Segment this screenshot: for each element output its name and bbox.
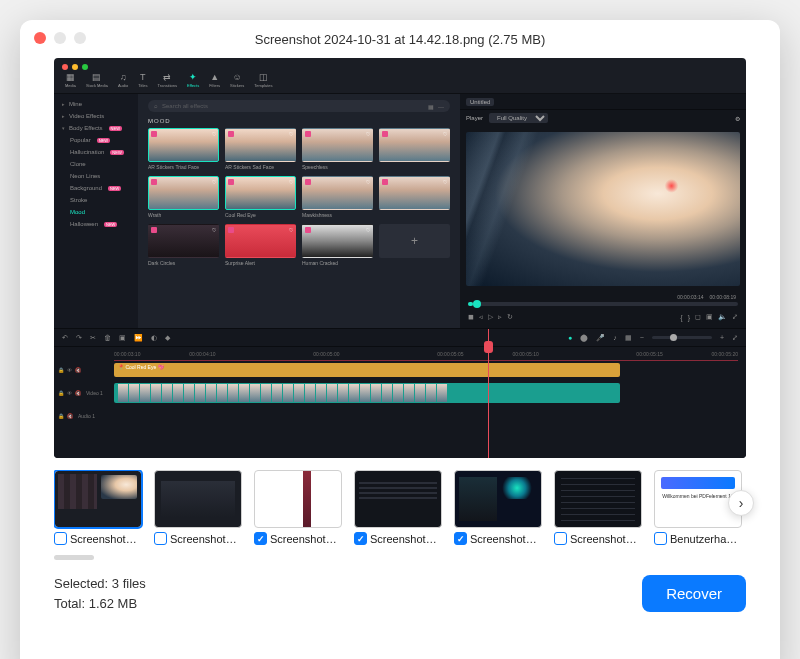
compare-icon[interactable]: ▣	[706, 313, 713, 321]
top-tab-filters[interactable]: ▲Filters	[206, 72, 223, 93]
stop-icon[interactable]: ◼	[468, 313, 474, 321]
mute-icon[interactable]: 🔇	[75, 390, 81, 396]
color-icon[interactable]: ◐	[151, 334, 157, 342]
sidebar-item-background[interactable]: BackgroundNEW	[54, 182, 138, 194]
file-card[interactable]: Screenshot…	[54, 470, 142, 545]
record-icon[interactable]: ⬤	[580, 334, 588, 342]
effect-thumb[interactable]: ♡Mawkishness	[302, 176, 373, 218]
top-tab-audio[interactable]: ♫Audio	[115, 72, 131, 93]
file-checkbox[interactable]	[254, 532, 267, 545]
zoom-in-icon[interactable]: +	[720, 334, 724, 341]
top-tab-media[interactable]: ▦Media	[62, 72, 79, 93]
effect-thumb[interactable]: +	[379, 224, 450, 266]
volume-icon[interactable]: 🔈	[718, 313, 727, 321]
video-track[interactable]: 🔒👁🔇Video 1	[114, 381, 746, 405]
undo-icon[interactable]: ↶	[62, 334, 68, 342]
top-tab-effects[interactable]: ✦Effects	[184, 72, 202, 93]
effect-thumb[interactable]: ♡AR Stickers Triad Face	[148, 128, 219, 170]
fit-icon[interactable]: ⤢	[732, 334, 738, 342]
cut-icon[interactable]: ✂	[90, 334, 96, 342]
fx-track[interactable]: 🔒👁🔇 📍 Cool Red Eye 💖	[114, 361, 746, 379]
eye-icon[interactable]: 👁	[67, 367, 72, 373]
lock-icon[interactable]: 🔒	[58, 367, 64, 373]
redo-icon[interactable]: ↷	[76, 334, 82, 342]
fullscreen-icon[interactable]: ⤢	[732, 313, 738, 321]
file-card[interactable]: Screenshot…	[454, 470, 542, 545]
sidebar-item-neon-lines[interactable]: Neon Lines	[54, 170, 138, 182]
zoom-icon[interactable]	[74, 32, 86, 44]
sidebar-item-popular[interactable]: PopularNEW	[54, 134, 138, 146]
timeline-ruler[interactable]: 00:00:03:1000:00:04:1000:00:05:0000:00:0…	[54, 347, 746, 361]
file-checkbox[interactable]	[454, 532, 467, 545]
lock-icon[interactable]: 🔒	[58, 413, 64, 419]
playhead[interactable]	[488, 329, 489, 458]
search-input[interactable]: ⌕ Search all effects ▦ ⋯	[148, 100, 450, 112]
effect-thumb[interactable]: ♡Surprise Alert	[225, 224, 296, 266]
sidebar-item-hallucination[interactable]: HallucinationNEW	[54, 146, 138, 158]
mute-icon[interactable]: 🔇	[75, 367, 81, 373]
top-tab-titles[interactable]: TTitles	[135, 72, 150, 93]
more-icon[interactable]: ⋯	[438, 103, 444, 110]
keyframe-icon[interactable]: ◆	[165, 334, 170, 342]
fx-clip[interactable]: 📍 Cool Red Eye 💖	[114, 363, 620, 377]
play-icon[interactable]: ▷	[488, 313, 493, 321]
player-scrubber[interactable]	[468, 302, 738, 306]
project-name[interactable]: Untitled	[466, 98, 494, 106]
top-tab-stickers[interactable]: ☺Stickers	[227, 72, 247, 93]
zoom-out-icon[interactable]: −	[640, 334, 644, 341]
mute-icon[interactable]: 🔇	[67, 413, 73, 419]
prev-icon[interactable]: ◃	[479, 313, 483, 321]
sidebar-item-halloween[interactable]: HalloweenNEW	[54, 218, 138, 230]
mark-in-icon[interactable]: {	[680, 314, 682, 321]
crop-icon[interactable]: ▣	[119, 334, 126, 342]
close-icon[interactable]	[34, 32, 46, 44]
file-checkbox[interactable]	[154, 532, 167, 545]
video-clip[interactable]	[114, 383, 620, 403]
next-icon[interactable]: ▹	[498, 313, 502, 321]
snapshot-icon[interactable]: ◻	[695, 313, 701, 321]
file-checkbox[interactable]	[54, 532, 67, 545]
next-page-button[interactable]: ›	[728, 490, 754, 516]
player-viewport[interactable]	[466, 132, 740, 286]
file-card[interactable]: Screenshot…	[154, 470, 242, 545]
sidebar-item-stroke[interactable]: Stroke	[54, 194, 138, 206]
effect-thumb[interactable]: ♡Cool Red Eye	[225, 176, 296, 218]
zoom-slider[interactable]	[652, 336, 712, 339]
file-card[interactable]: Screenshot…	[354, 470, 442, 545]
lock-icon[interactable]: 🔒	[58, 390, 64, 396]
delete-icon[interactable]: 🗑	[104, 334, 111, 341]
minimize-icon[interactable]	[54, 32, 66, 44]
audio-track[interactable]: 🔒🔇Audio 1	[114, 407, 746, 425]
effect-thumb[interactable]: ♡AR Stickers Sad Face	[225, 128, 296, 170]
grid-view-icon[interactable]: ▦	[428, 103, 434, 110]
mic-icon[interactable]: 🎤	[596, 334, 605, 342]
eye-icon[interactable]: 👁	[67, 390, 72, 396]
speed-icon[interactable]: ⏩	[134, 334, 143, 342]
recover-button[interactable]: Recover	[642, 575, 746, 612]
effect-thumb[interactable]: ♡	[379, 128, 450, 170]
sidebar-item-clone[interactable]: Clone	[54, 158, 138, 170]
sidebar-body-effects[interactable]: ▾Body EffectsNEW	[54, 122, 138, 134]
top-tab-stock-media[interactable]: ▤Stock Media	[83, 72, 111, 93]
sidebar-mine[interactable]: ▸Mine	[54, 98, 138, 110]
quality-select[interactable]: Full Quality	[489, 113, 548, 123]
file-checkbox[interactable]	[354, 532, 367, 545]
mark-out-icon[interactable]: }	[688, 314, 690, 321]
effect-thumb[interactable]: ♡Dark Circles	[148, 224, 219, 266]
marker-icon[interactable]: ●	[568, 334, 572, 341]
sidebar-video-effects[interactable]: ▸Video Effects	[54, 110, 138, 122]
sidebar-item-mood[interactable]: Mood	[54, 206, 138, 218]
effect-thumb[interactable]: ♡	[379, 176, 450, 218]
file-card[interactable]: Screenshot…	[554, 470, 642, 545]
render-icon[interactable]: ▦	[625, 334, 632, 342]
top-tab-templates[interactable]: ◫Templates	[251, 72, 275, 93]
top-tab-transitions[interactable]: ⇄Transitions	[155, 72, 180, 93]
file-checkbox[interactable]	[654, 532, 667, 545]
file-checkbox[interactable]	[554, 532, 567, 545]
loop-icon[interactable]: ↻	[507, 313, 513, 321]
effect-thumb[interactable]: ♡Wrath	[148, 176, 219, 218]
file-card[interactable]: Screenshot…	[254, 470, 342, 545]
player-settings-icon[interactable]: ⚙	[735, 115, 740, 122]
effect-thumb[interactable]: ♡Speechless	[302, 128, 373, 170]
mix-icon[interactable]: ♪	[613, 334, 617, 341]
